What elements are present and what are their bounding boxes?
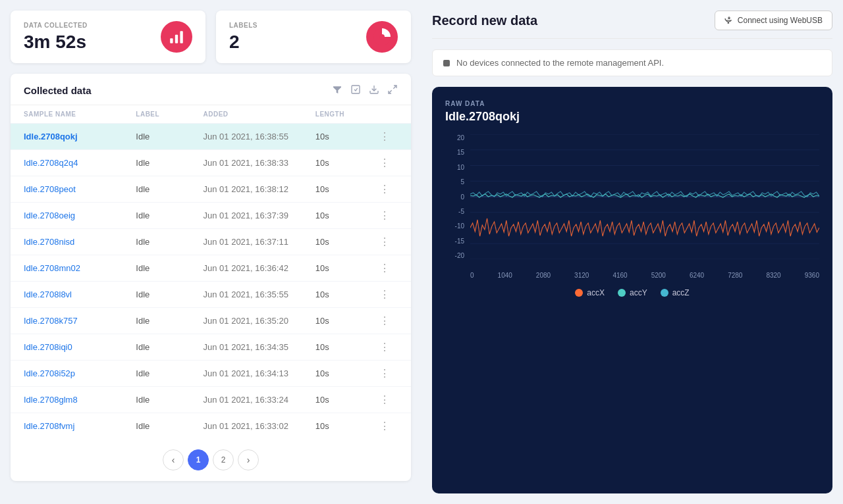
- select-all-icon[interactable]: [350, 84, 361, 97]
- row-menu-button[interactable]: ⋮: [371, 236, 398, 248]
- accy-label: accY: [630, 288, 647, 297]
- svg-line-8: [389, 90, 392, 93]
- y-label-10: 10: [445, 164, 468, 171]
- cell-label: Idle: [136, 184, 203, 194]
- cell-length: 10s: [315, 421, 371, 431]
- chart-plot: [470, 134, 819, 259]
- x-label-8320: 8320: [766, 272, 780, 279]
- row-menu-button[interactable]: ⋮: [371, 183, 398, 195]
- record-header: Record new data Connect using WebUSB: [432, 11, 832, 39]
- device-status-indicator: [443, 60, 450, 66]
- svg-rect-2: [180, 31, 182, 43]
- cell-added: Jun 01 2021, 16:36:42: [204, 263, 315, 273]
- y-label-15: 15: [445, 149, 468, 156]
- row-menu-button[interactable]: ⋮: [371, 341, 398, 353]
- cell-label: Idle: [136, 421, 203, 431]
- cell-added: Jun 01 2021, 16:37:39: [204, 211, 315, 220]
- page-1-button[interactable]: 1: [188, 449, 209, 470]
- connect-webusb-button[interactable]: Connect using WebUSB: [715, 11, 832, 30]
- x-label-1040: 1040: [498, 272, 512, 279]
- table-row[interactable]: Idle.2708oeig Idle Jun 01 2021, 16:37:39…: [11, 202, 411, 228]
- table-row[interactable]: Idle.2708q2q4 Idle Jun 01 2021, 16:38:33…: [11, 149, 411, 176]
- x-label-5200: 5200: [651, 272, 666, 279]
- prev-page-button[interactable]: ‹: [163, 449, 184, 470]
- cell-name: Idle.2708k757: [24, 316, 136, 326]
- row-menu-button[interactable]: ⋮: [371, 420, 398, 432]
- labels-icon: [366, 21, 398, 53]
- table-row[interactable]: Idle.2708l8vl Idle Jun 01 2021, 16:35:55…: [11, 281, 411, 307]
- row-menu-button[interactable]: ⋮: [371, 288, 398, 301]
- filter-icon[interactable]: [332, 84, 342, 97]
- svg-line-7: [393, 86, 396, 89]
- cell-name: Idle.2708iqi0: [24, 342, 136, 352]
- chart-legend: accX accY accZ: [445, 288, 819, 297]
- cell-length: 10s: [315, 395, 371, 405]
- y-label-0: 0: [445, 193, 468, 201]
- cell-added: Jun 01 2021, 16:37:11: [204, 237, 315, 247]
- cell-length: 10s: [315, 342, 371, 352]
- expand-icon[interactable]: [387, 84, 398, 97]
- cell-label: Idle: [136, 211, 203, 220]
- table-row[interactable]: Idle.2708i52p Idle Jun 01 2021, 16:34:13…: [11, 360, 411, 386]
- page-2-button[interactable]: 2: [213, 449, 234, 470]
- collected-data-title: Collected data: [24, 85, 92, 96]
- cell-name: Idle.2708mn02: [24, 263, 136, 273]
- row-menu-button[interactable]: ⋮: [371, 130, 398, 143]
- table-row[interactable]: Idle.2708nisd Idle Jun 01 2021, 16:37:11…: [11, 228, 411, 255]
- cell-added: Jun 01 2021, 16:34:13: [204, 368, 315, 378]
- table-row[interactable]: Idle.2708k757 Idle Jun 01 2021, 16:35:20…: [11, 307, 411, 334]
- data-collected-label: DATA COLLECTED: [24, 22, 88, 29]
- y-label-5: 5: [445, 178, 468, 186]
- accy-dot: [618, 289, 626, 297]
- data-collected-value: 3m 52s: [24, 32, 88, 53]
- table-row[interactable]: Idle.2708mn02 Idle Jun 01 2021, 16:36:42…: [11, 255, 411, 281]
- table-row[interactable]: Idle.2708peot Idle Jun 01 2021, 16:38:12…: [11, 176, 411, 202]
- collected-data-header: Collected data: [11, 74, 411, 105]
- data-collected-card: DATA COLLECTED 3m 52s: [11, 11, 205, 63]
- cell-name: Idle.2708i52p: [24, 368, 136, 378]
- cell-length: 10s: [315, 263, 371, 273]
- table-row[interactable]: Idle.2708glm8 Idle Jun 01 2021, 16:33:24…: [11, 386, 411, 413]
- x-label-3120: 3120: [574, 272, 589, 279]
- y-label-neg10: -10: [445, 222, 468, 230]
- row-menu-button[interactable]: ⋮: [371, 367, 398, 380]
- table-row[interactable]: Idle.2708iqi0 Idle Jun 01 2021, 16:34:35…: [11, 334, 411, 360]
- x-axis: 0 1040 2080 3120 4160 5200 6240 7280 832…: [470, 261, 819, 279]
- row-menu-button[interactable]: ⋮: [371, 315, 398, 327]
- cell-name: Idle.2708l8vl: [24, 290, 136, 299]
- cell-length: 10s: [315, 368, 371, 378]
- cell-name: Idle.2708fvmj: [24, 421, 136, 431]
- row-menu-button[interactable]: ⋮: [371, 157, 398, 169]
- row-menu-button[interactable]: ⋮: [371, 393, 398, 406]
- cell-added: Jun 01 2021, 16:33:02: [204, 421, 315, 431]
- svg-rect-1: [175, 35, 178, 43]
- table-row[interactable]: Idle.2708fvmj Idle Jun 01 2021, 16:33:02…: [11, 413, 411, 439]
- labels-value: 2: [229, 32, 258, 53]
- data-collected-icon: [161, 21, 192, 53]
- y-label-neg20: -20: [445, 252, 468, 259]
- table-row[interactable]: Idle.2708qokj Idle Jun 01 2021, 16:38:55…: [11, 123, 411, 149]
- raw-data-label: RAW DATA: [445, 100, 819, 107]
- cell-added: Jun 01 2021, 16:38:33: [204, 158, 315, 168]
- next-page-button[interactable]: ›: [238, 449, 259, 470]
- legend-accx: accX: [575, 288, 605, 297]
- cell-label: Idle: [136, 290, 203, 299]
- accz-dot: [661, 289, 668, 297]
- row-menu-button[interactable]: ⋮: [371, 262, 398, 274]
- cell-name: Idle.2708glm8: [24, 395, 136, 405]
- chart-area: 20 15 10 5 0 -5 -10 -15 -20: [445, 134, 819, 279]
- cell-label: Idle: [136, 395, 203, 405]
- cell-added: Jun 01 2021, 16:34:35: [204, 342, 315, 352]
- download-icon[interactable]: [369, 84, 379, 97]
- cell-added: Jun 01 2021, 16:38:55: [204, 132, 315, 141]
- cell-label: Idle: [136, 368, 203, 378]
- y-label-neg15: -15: [445, 238, 468, 245]
- y-label-20: 20: [445, 134, 468, 141]
- chart-sample-title: Idle.2708qokj: [445, 110, 819, 124]
- row-menu-button[interactable]: ⋮: [371, 209, 398, 222]
- svg-rect-0: [170, 38, 173, 43]
- col-actions: [371, 111, 398, 118]
- cell-length: 10s: [315, 211, 371, 220]
- labels-card: LABELS 2: [216, 11, 411, 63]
- cell-length: 10s: [315, 158, 371, 168]
